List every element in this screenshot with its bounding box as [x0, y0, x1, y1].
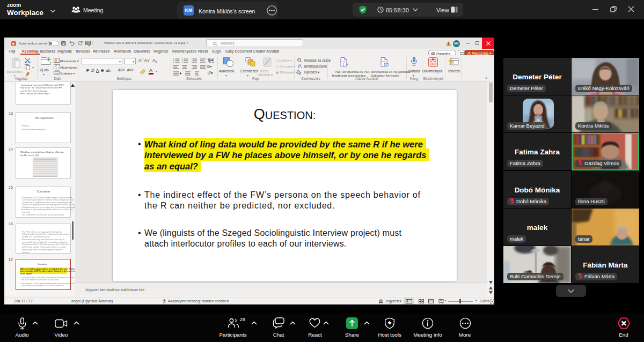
svg-text:PDF: PDF: [382, 61, 386, 63]
svg-text:PDF: PDF: [342, 61, 346, 63]
